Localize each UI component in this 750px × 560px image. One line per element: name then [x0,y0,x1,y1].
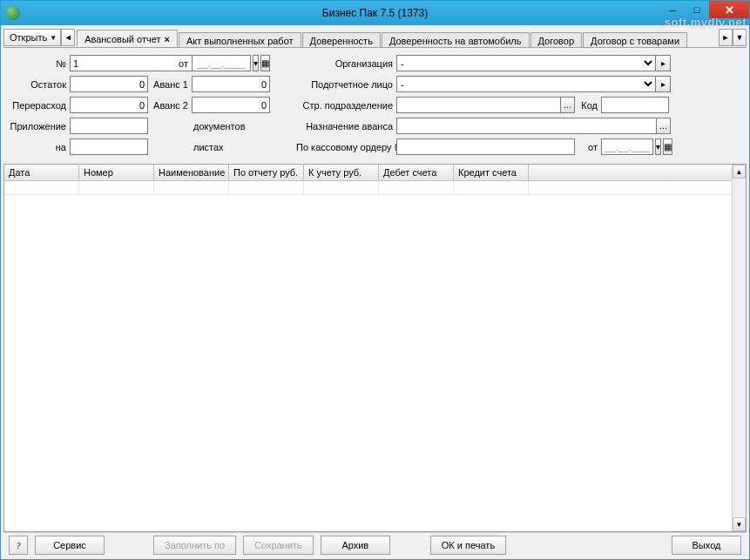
number-label: № [9,58,70,69]
kassord-calendar-icon[interactable]: ▦ [663,138,672,155]
help-button[interactable]: ? [9,536,28,555]
naznach-lookup-icon[interactable]: … [656,118,671,134]
org-select[interactable]: - [396,55,656,71]
kassord-date-input[interactable] [601,138,653,155]
avans1-label: Аванс 1 [148,79,192,90]
tab-1[interactable]: Акт выполненных работ [179,32,301,47]
vertical-scrollbar[interactable]: ▲ ▼ [732,165,746,531]
archive-button[interactable]: Архив [321,536,390,555]
pereraskhod-label: Перерасход [9,100,70,111]
column-header[interactable]: По отчету руб. [229,165,304,180]
tab-5[interactable]: Договор с товарами [583,32,687,47]
watermark: soft.mydiv.net [665,16,747,29]
prilozh-input[interactable] [70,118,148,134]
dept-lookup-icon[interactable]: … [560,97,575,113]
avans2-input[interactable] [192,97,270,113]
org-label: Организация [296,58,396,69]
date-input[interactable] [192,55,251,71]
column-header[interactable]: Номер [79,165,154,180]
person-lookup-icon[interactable]: ▸ [656,76,671,92]
tab-4[interactable]: Договор [530,32,583,47]
tab-bar: Открыть ▼ ◄ Авансовый отчет×Акт выполнен… [3,28,747,47]
ostatok-input[interactable] [70,76,148,92]
column-header[interactable]: Дата [4,165,79,180]
kassord-input[interactable] [396,138,575,155]
kassord-ot-label: от [575,142,601,152]
column-header[interactable]: Наименование [154,165,229,180]
avans1-input[interactable] [192,76,270,92]
person-select[interactable]: - [396,76,656,92]
dropdown-arrow-icon: ▼ [50,34,57,42]
column-header[interactable]: Дебет счета [379,165,454,180]
tab-close-icon[interactable]: × [165,34,170,44]
pereraskhod-input[interactable] [70,97,148,113]
dept-label: Стр. подразделение [296,100,396,111]
tab-scroll-right[interactable]: ► [719,29,733,46]
open-button[interactable]: Открыть ▼ [3,29,61,46]
scroll-up-icon[interactable]: ▲ [733,165,746,179]
na-input[interactable] [70,138,148,155]
column-header[interactable]: Кредит счета [454,165,529,180]
avans2-label: Аванс 2 [148,100,192,111]
tab-0[interactable]: Авансовый отчет× [77,30,178,47]
ostatok-label: Остаток [9,79,70,90]
tab-scroll-left[interactable]: ◄ [61,29,75,46]
kod-label: Код [575,100,601,111]
exit-button[interactable]: Выход [672,536,741,555]
data-grid: ДатаНомерНаименованиеПо отчету руб.К уче… [3,164,747,532]
bottom-toolbar: ? Сервис Заполнить по Сохранить Архив ОК… [3,532,747,557]
ok-print-button[interactable]: ОК и печать [430,536,506,555]
kod-input[interactable] [601,97,669,113]
scroll-down-icon[interactable]: ▼ [733,517,746,531]
naznach-label: Назначение аванса [296,121,396,132]
titlebar: Бизнес Пак 7.5 (1373) [1,1,749,25]
kassord-label: По кассовому ордеру № [296,142,396,152]
naznach-input[interactable] [396,118,656,134]
prilozh-label: Приложение [9,121,70,132]
kassord-date-dropdown-icon[interactable]: ▾ [655,138,661,155]
calendar-icon[interactable]: ▦ [260,55,270,71]
table-row[interactable] [4,181,746,195]
tab-list-dropdown[interactable]: ▼ [733,29,747,46]
person-label: Подотчетное лицо [296,79,396,90]
window-title: Бизнес Пак 7.5 (1373) [1,7,749,19]
column-header[interactable]: К учету руб. [304,165,379,180]
fill-by-button[interactable]: Заполнить по [153,536,236,555]
save-button[interactable]: Сохранить [243,536,314,555]
grid-body[interactable] [4,181,746,531]
open-button-label: Открыть [10,32,47,43]
listah-label: листах [192,142,270,152]
tab-3[interactable]: Доверенность на автомобиль [382,32,530,47]
org-lookup-icon[interactable]: ▸ [656,55,671,71]
na-label: на [9,142,70,152]
service-button[interactable]: Сервис [35,536,105,555]
ot-label: от [148,58,192,69]
documents-label: документов [192,121,270,132]
date-dropdown-icon[interactable]: ▾ [253,55,259,71]
dept-input[interactable] [396,97,560,113]
tab-2[interactable]: Доверенность [302,32,381,47]
form-panel: № ⇵ от ▾ ▦ Организация - ▸ Оста [3,47,747,160]
